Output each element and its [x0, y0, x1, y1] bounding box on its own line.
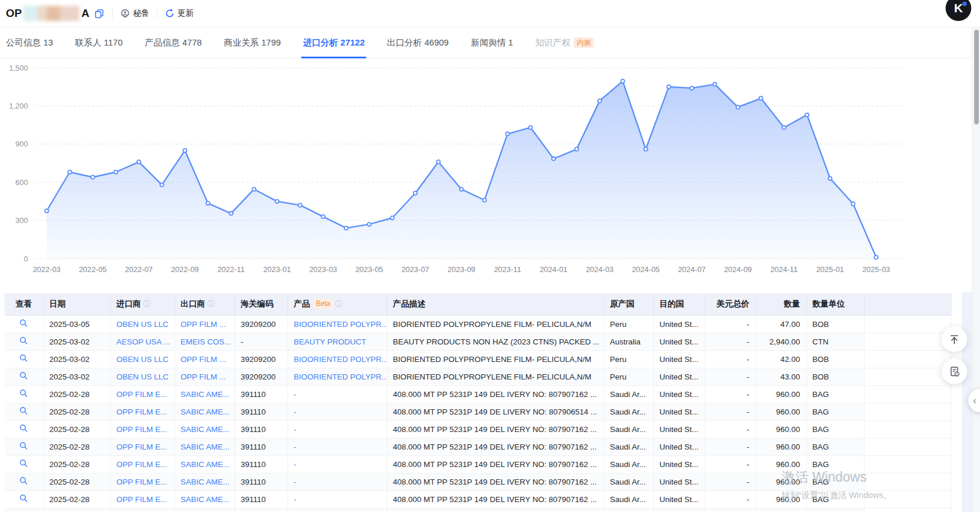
cell-产品[interactable]: -	[288, 403, 387, 420]
app-window: OP A 秘鲁 更新 K 公司信息 13联系人 1170产品信息 4778商业关…	[0, 0, 980, 512]
cell-目的国: United St...	[653, 473, 705, 490]
info-icon[interactable]: ⓘ	[208, 299, 215, 308]
cell-海关编码: 39209200	[235, 368, 288, 385]
cell-进口商[interactable]: OPP FILM E...	[110, 403, 174, 420]
cell-进口商[interactable]: OPP FILM E...	[110, 455, 174, 473]
cell-进口商[interactable]: OBEN US LLC	[110, 368, 174, 385]
cell-出口商[interactable]: OPP FILM ...	[174, 368, 235, 385]
svg-text:2024-01: 2024-01	[540, 265, 568, 274]
trend-area-chart: 03006009001,2001,5002022-032022-052022-0…	[0, 58, 980, 287]
update-button[interactable]: 更新	[165, 8, 194, 19]
cell-进口商[interactable]: OPP FILM E...	[110, 473, 174, 490]
cell-出口商[interactable]: SABIC AME...	[174, 420, 235, 438]
scrollbar-thumb[interactable]	[974, 30, 979, 124]
cell-原产国: Saudi Ar...	[604, 508, 653, 512]
cell-empty	[864, 350, 951, 368]
cell-进口商[interactable]: OPP FILM E...	[110, 420, 174, 438]
table-row: 2025-02-28OPP FILM E...SABIC AME...39111…	[5, 420, 951, 438]
cell-产品[interactable]: -	[288, 490, 387, 508]
cell-数量: 960.00	[755, 403, 806, 420]
col-header-进口商: 进口商ⓘ	[110, 293, 174, 315]
cell-进口商[interactable]: OBEN US LLC	[110, 350, 174, 368]
cell-产品[interactable]: BEAUTY PRODUCT	[288, 333, 387, 350]
view-detail-button[interactable]	[5, 350, 43, 368]
cell-日期: 2025-02-28	[43, 508, 110, 512]
cell-出口商[interactable]: EMEIS COS...	[174, 333, 235, 350]
cell-出口商[interactable]: SABIC AME...	[174, 403, 235, 420]
cell-产品描述: 408.000 MT PP 5231P 149 DEL IVERY NO: 80…	[387, 473, 604, 490]
cell-进口商[interactable]: OPP FILM E...	[110, 508, 174, 512]
tab-联系人[interactable]: 联系人 1170	[75, 27, 123, 58]
cell-出口商[interactable]: SABIC AME...	[174, 455, 235, 473]
view-detail-button[interactable]	[5, 315, 43, 333]
col-header-产品: 产品Betaⓘ	[288, 293, 387, 315]
svg-text:2022-11: 2022-11	[218, 265, 245, 274]
back-to-top-button[interactable]	[942, 326, 967, 352]
cell-美元总价: -	[705, 368, 755, 385]
cell-进口商[interactable]: OPP FILM E...	[110, 490, 174, 508]
view-detail-button[interactable]	[5, 490, 43, 508]
view-detail-button[interactable]	[5, 368, 43, 385]
cell-产品[interactable]: BIOORIENTED POLYPR...	[288, 315, 387, 333]
col-header-数量: 数量	[755, 293, 806, 315]
cell-原产国: Saudi Ar...	[604, 385, 653, 403]
view-detail-button[interactable]	[5, 438, 43, 455]
cell-产品[interactable]: -	[288, 420, 387, 438]
tab-出口分析[interactable]: 出口分析 46909	[387, 27, 449, 58]
info-icon[interactable]: ⓘ	[335, 299, 342, 308]
cell-原产国: Peru	[604, 315, 653, 333]
tab-新闻舆情[interactable]: 新闻舆情 1	[471, 27, 513, 58]
table-row: 2025-03-05OBEN US LLCOPP FILM ...3920920…	[5, 315, 951, 333]
cell-目的国: United St...	[653, 438, 705, 455]
view-detail-button[interactable]	[5, 473, 43, 490]
view-detail-button[interactable]	[5, 385, 43, 403]
col-header-数量单位: 数量单位	[806, 293, 864, 315]
cell-产品描述: 408.000 MT PP 5231P 149 DEL IVERY NO: 80…	[387, 455, 604, 473]
svg-text:2025-01: 2025-01	[816, 265, 844, 274]
cell-empty	[864, 315, 951, 333]
cell-原产国: Saudi Ar...	[604, 438, 653, 455]
cell-出口商[interactable]: OPP FILM ...	[174, 315, 235, 333]
tab-商业关系[interactable]: 商业关系 1799	[224, 27, 281, 58]
info-icon[interactable]: ⓘ	[144, 299, 151, 308]
cell-进口商[interactable]: AESOP USA ...	[110, 333, 174, 350]
cell-产品[interactable]: -	[288, 438, 387, 455]
view-detail-button[interactable]	[5, 420, 43, 438]
cell-产品[interactable]: -	[288, 508, 387, 512]
view-detail-button[interactable]	[5, 455, 43, 473]
cell-产品描述: BIORIENTED POLYPROPYLENE FILM- PELICULA,…	[387, 315, 604, 333]
cell-产品描述: 408.000 MT PP 5231P 149 DEL IVERY NO: 80…	[387, 438, 604, 455]
cell-出口商[interactable]: SABIC AME...	[174, 473, 235, 490]
tab-产品信息[interactable]: 产品信息 4778	[145, 27, 202, 58]
tab-label: 知识产权	[536, 37, 570, 48]
cell-产品[interactable]: -	[288, 455, 387, 473]
cell-出口商[interactable]: SABIC AME...	[174, 385, 235, 403]
tab-bar: 公司信息 13联系人 1170产品信息 4778商业关系 1799进口分析 27…	[0, 27, 980, 58]
scrollbar-track[interactable]	[972, 27, 980, 512]
cell-出口商[interactable]: SABIC AME...	[174, 438, 235, 455]
cell-进口商[interactable]: OPP FILM E...	[110, 385, 174, 403]
copy-icon[interactable]	[94, 9, 104, 19]
cell-产品[interactable]: -	[288, 473, 387, 490]
cell-出口商[interactable]: OPP FILM ...	[174, 350, 235, 368]
cell-数量单位: BAG	[806, 420, 864, 438]
col-header-美元总价: 美元总价	[705, 293, 755, 315]
cell-原产国: Saudi Ar...	[604, 473, 653, 490]
view-detail-button[interactable]	[5, 403, 43, 420]
cell-进口商[interactable]: OBEN US LLC	[110, 315, 174, 333]
view-detail-button[interactable]	[5, 508, 43, 512]
cell-产品[interactable]: BIOORIENTED POLYPR...	[288, 368, 387, 385]
cell-出口商[interactable]: SABIC AME...	[174, 490, 235, 508]
cell-产品[interactable]: -	[288, 385, 387, 403]
tab-进口分析[interactable]: 进口分析 27122	[303, 27, 365, 58]
cell-出口商[interactable]: SABIC AME...	[174, 508, 235, 512]
view-detail-button[interactable]	[5, 333, 43, 350]
cell-数量单位: BOB	[806, 315, 864, 333]
cell-进口商[interactable]: OPP FILM E...	[110, 438, 174, 455]
cell-产品[interactable]: BIOORIENTED POLYPR...	[288, 350, 387, 368]
tab-公司信息[interactable]: 公司信息 13	[6, 27, 53, 58]
col-header-label: 出口商	[181, 299, 205, 308]
tab-知识产权[interactable]: 知识产权内测	[536, 27, 594, 58]
update-label: 更新	[177, 8, 194, 19]
report-button[interactable]	[942, 358, 967, 384]
